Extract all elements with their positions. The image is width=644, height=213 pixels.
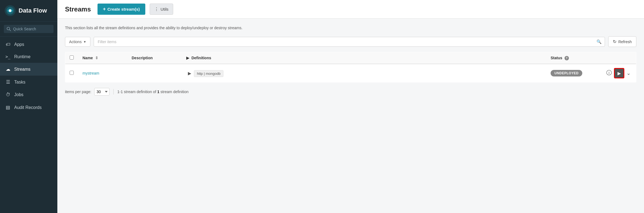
create-stream-label: Create stream(s) xyxy=(107,7,140,11)
th-status-label: Status xyxy=(551,56,562,60)
th-name-label: Name xyxy=(82,56,93,60)
svg-point-2 xyxy=(9,9,11,12)
refresh-label: Refresh xyxy=(618,40,632,44)
kebab-icon: ⋮ xyxy=(154,7,159,12)
pagination-summary-text: 1-1 stream definition of 1 stream defini… xyxy=(117,90,189,94)
sidebar-item-apps-label: Apps xyxy=(14,42,24,47)
th-defs-arrow-icon: ▶ xyxy=(186,56,189,60)
row-checkbox-cell xyxy=(65,64,78,82)
table-header: Name ⇕ Description ▶ Definitions Status … xyxy=(65,52,636,64)
th-description: Description xyxy=(127,52,182,64)
th-checkbox xyxy=(65,52,78,64)
th-desc-label: Description xyxy=(132,56,153,60)
svg-text:i: i xyxy=(608,71,609,75)
search-icon xyxy=(7,27,11,31)
sidebar-item-tasks-label: Tasks xyxy=(14,80,25,85)
th-status: Status ? xyxy=(546,52,601,64)
utils-label: Utils xyxy=(161,7,169,11)
sidebar-item-streams-label: Streams xyxy=(14,67,31,72)
refresh-button[interactable]: ↻ Refresh xyxy=(608,36,636,47)
row-description-cell xyxy=(127,64,182,82)
sidebar-item-jobs-label: Jobs xyxy=(14,92,23,97)
th-defs-label: Definitions xyxy=(191,56,211,60)
create-stream-button[interactable]: + Create stream(s) xyxy=(98,4,145,15)
sidebar-logo: Data Flow xyxy=(0,0,57,22)
content-area: This section lists all the stream defini… xyxy=(57,19,644,213)
table-row: mystream ▶ http | mongodb UNDEPLOYED xyxy=(65,64,636,82)
row-name-cell: mystream xyxy=(78,64,127,82)
th-name: Name ⇕ xyxy=(78,52,127,64)
svg-line-4 xyxy=(10,30,11,31)
sidebar-item-audit-label: Audit Records xyxy=(14,105,42,110)
status-info-icon[interactable]: ? xyxy=(565,56,569,60)
sidebar-nav: 🏷 Apps >_ Runtime ☁ Streams ☰ Tasks ⏱ Jo… xyxy=(0,37,57,213)
row-actions-cell: i ▶ ⌄ xyxy=(601,64,636,82)
toolbar-row: Actions ▼ 🔍 ↻ Refresh xyxy=(65,36,636,47)
streams-table: Name ⇕ Description ▶ Definitions Status … xyxy=(65,52,636,82)
cloud-icon: ☁ xyxy=(5,66,11,72)
chevron-down-icon: ⌄ xyxy=(627,70,631,76)
sidebar-item-streams[interactable]: ☁ Streams xyxy=(0,63,57,76)
table-body: mystream ▶ http | mongodb UNDEPLOYED xyxy=(65,64,636,82)
sidebar-item-audit-records[interactable]: ▤ Audit Records xyxy=(0,101,57,114)
items-per-page-label: items per page: xyxy=(65,90,91,94)
sidebar: Data Flow 🏷 Apps >_ Runtime ☁ Streams ☰ … xyxy=(0,0,57,213)
tag-icon: 🏷 xyxy=(5,42,11,47)
app-title: Data Flow xyxy=(19,7,47,14)
utils-button[interactable]: ⋮ Utils xyxy=(150,4,173,15)
pagination-row: items per page: 10 20 30 50 100 1-1 stre… xyxy=(65,88,636,96)
row-definitions-cell: ▶ http | mongodb xyxy=(182,64,546,82)
clock-icon: ⏱ xyxy=(5,92,11,97)
pagination-divider xyxy=(113,89,114,94)
stream-name-link[interactable]: mystream xyxy=(82,71,99,75)
play-icon: ▶ xyxy=(618,71,621,76)
filter-search-icon: 🔍 xyxy=(596,39,602,44)
filter-input[interactable] xyxy=(94,37,605,47)
sidebar-item-runtime[interactable]: >_ Runtime xyxy=(0,51,57,63)
th-row-actions xyxy=(601,52,636,64)
main-content: Streams + Create stream(s) ⋮ Utils This … xyxy=(57,0,644,213)
row-status-cell: UNDEPLOYED xyxy=(546,64,601,82)
items-per-page-select[interactable]: 10 20 30 50 100 xyxy=(94,88,110,96)
filter-wrap: 🔍 xyxy=(94,37,605,47)
sidebar-search-container xyxy=(0,22,57,37)
audit-icon: ▤ xyxy=(5,105,11,110)
info-circle-icon: i xyxy=(606,70,612,75)
pagination-info: 1-1 stream definition of 1 stream defini… xyxy=(117,90,189,94)
play-button[interactable]: ▶ xyxy=(614,68,624,78)
quick-search-input[interactable] xyxy=(13,27,51,31)
sort-icon[interactable]: ⇕ xyxy=(95,56,98,60)
actions-label: Actions xyxy=(69,40,82,44)
status-badge: UNDEPLOYED xyxy=(551,70,582,76)
row-actions: i ▶ ⌄ xyxy=(605,68,632,78)
sidebar-item-jobs[interactable]: ⏱ Jobs xyxy=(0,88,57,101)
row-checkbox[interactable] xyxy=(70,71,74,75)
plus-icon: + xyxy=(103,6,106,12)
th-definitions: ▶ Definitions xyxy=(182,52,546,64)
tasks-icon: ☰ xyxy=(5,79,11,85)
expand-button[interactable]: ⌄ xyxy=(625,69,632,77)
topbar: Streams + Create stream(s) ⋮ Utils xyxy=(57,0,644,19)
sidebar-item-runtime-label: Runtime xyxy=(14,54,31,59)
actions-button[interactable]: Actions ▼ xyxy=(65,37,90,47)
select-all-checkbox[interactable] xyxy=(70,55,74,60)
definitions-arrow-button[interactable]: ▶ xyxy=(186,70,193,76)
page-title: Streams xyxy=(65,5,91,13)
info-button[interactable]: i xyxy=(605,69,613,78)
search-box[interactable] xyxy=(4,25,54,33)
definitions-badge: http | mongodb xyxy=(194,70,224,77)
actions-chevron-icon: ▼ xyxy=(83,40,86,43)
terminal-icon: >_ xyxy=(5,54,11,59)
section-description: This section lists all the stream defini… xyxy=(65,25,636,31)
sidebar-item-apps[interactable]: 🏷 Apps xyxy=(0,38,57,51)
app-logo-icon xyxy=(4,5,16,16)
sidebar-item-tasks[interactable]: ☰ Tasks xyxy=(0,76,57,88)
refresh-icon: ↻ xyxy=(613,39,616,44)
